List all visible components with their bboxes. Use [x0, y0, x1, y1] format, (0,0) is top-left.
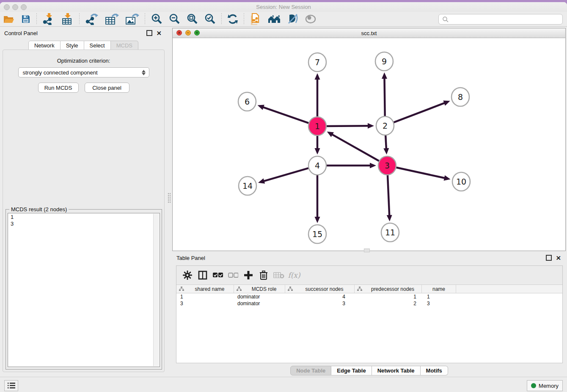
svg-text:7: 7	[315, 58, 320, 67]
deselect-all-button[interactable]	[226, 268, 241, 283]
graph-node-15[interactable]: 15	[308, 225, 326, 243]
zoom-selected-button[interactable]	[201, 12, 219, 26]
export-network-button[interactable]	[82, 12, 102, 26]
vertical-splitter-grip[interactable]	[168, 193, 171, 204]
control-tab-style[interactable]: Style	[61, 41, 84, 50]
network-window-titlebar[interactable]: × − + scc.txt	[173, 28, 565, 38]
graph-edge-3-1[interactable]	[327, 132, 380, 162]
column-layout-icon	[198, 271, 207, 280]
task-history-button[interactable]	[4, 380, 18, 391]
graph-node-6[interactable]: 6	[238, 92, 256, 111]
close-panel-button[interactable]: Close panel	[85, 83, 129, 93]
result-scrollbar[interactable]	[153, 214, 159, 366]
graph-node-11[interactable]: 11	[381, 223, 399, 242]
zoom-traffic-light[interactable]	[21, 4, 27, 10]
control-tab-mcds[interactable]: MCDS	[111, 41, 138, 50]
checked-boxes-icon	[213, 272, 223, 278]
network-graph-canvas[interactable]: 7968124314101511	[173, 38, 565, 251]
network-maximize-icon[interactable]: +	[194, 30, 200, 36]
run-mcds-button[interactable]: Run MCDS	[38, 83, 79, 93]
graph-edge-3-11[interactable]	[387, 174, 392, 221]
zoom-fit-button[interactable]	[183, 12, 201, 26]
open-session-button[interactable]	[0, 12, 18, 26]
table-cell: 3	[176, 301, 234, 306]
control-panel-float-icon[interactable]	[146, 30, 152, 36]
graph-edge-3-10[interactable]	[395, 167, 451, 181]
home-button[interactable]	[264, 12, 284, 26]
memory-button[interactable]: Memory	[527, 380, 563, 391]
graph-edge-1-6[interactable]	[258, 105, 310, 123]
graph-edge-4-15[interactable]	[315, 174, 320, 223]
table-tab-network-table[interactable]: Network Table	[372, 366, 421, 375]
graph-edge-2-3[interactable]	[383, 134, 389, 155]
table-panel-title: Table Panel	[176, 255, 546, 261]
graph-edge-4-3[interactable]	[325, 163, 376, 168]
graph-node-7[interactable]: 7	[308, 53, 326, 72]
column-header-successor-nodes[interactable]: successor nodes	[285, 285, 355, 293]
export-image-button[interactable]	[122, 12, 142, 26]
table-panel-close-icon[interactable]: ⨯	[556, 256, 561, 260]
import-network-button[interactable]	[39, 12, 58, 26]
control-tab-network[interactable]: Network	[28, 41, 61, 50]
criterion-value: strongly connected component	[19, 69, 140, 76]
column-header-predecessor-nodes[interactable]: predecessor nodes	[355, 285, 422, 293]
graph-edge-4-14[interactable]	[258, 168, 310, 183]
add-column-button[interactable]	[241, 268, 256, 283]
table-row[interactable]: 1dominator411	[176, 293, 562, 300]
control-panel-header: Control Panel ⨯	[0, 28, 167, 38]
clone-network-button[interactable]	[247, 12, 264, 26]
column-header-label: name	[422, 286, 456, 292]
control-tab-select[interactable]: Select	[84, 41, 111, 50]
column-layout-button[interactable]	[195, 268, 210, 283]
graph-edge-1-7[interactable]	[315, 73, 320, 118]
toggle-graphics-details-button[interactable]	[284, 12, 302, 26]
column-header-mcds-role[interactable]: MCDS role	[234, 285, 285, 293]
graph-edge-1-2[interactable]	[325, 123, 374, 129]
delete-column-button[interactable]	[256, 268, 271, 283]
close-traffic-light[interactable]	[4, 4, 10, 10]
delete-table-button[interactable]	[271, 268, 286, 283]
table-tab-node-table[interactable]: Node Table	[290, 366, 331, 375]
graph-node-1[interactable]: 1	[308, 117, 326, 135]
graph-node-2[interactable]: 2	[376, 116, 394, 135]
save-session-button[interactable]	[18, 12, 34, 26]
apply-layout-button[interactable]	[224, 12, 241, 26]
control-panel-close-icon[interactable]: ⨯	[156, 31, 162, 35]
zoom-out-button[interactable]	[165, 12, 183, 26]
table-settings-button[interactable]	[180, 268, 195, 283]
function-builder-button[interactable]: f(x)	[286, 268, 302, 283]
table-tab-motifs[interactable]: Motifs	[421, 366, 448, 375]
graph-node-9[interactable]: 9	[375, 52, 393, 71]
graph-edge-2-9[interactable]	[382, 72, 387, 118]
column-header-name[interactable]: name	[422, 285, 456, 293]
graph-node-3[interactable]: 3	[378, 156, 396, 175]
import-table-button[interactable]	[58, 12, 77, 26]
graph-node-8[interactable]: 8	[451, 88, 469, 106]
graph-edge-1-4[interactable]	[315, 134, 320, 155]
memory-status-icon	[531, 383, 536, 388]
table-tab-edge-table[interactable]: Edge Table	[331, 366, 372, 375]
minimize-traffic-light[interactable]	[12, 4, 18, 10]
export-table-button[interactable]	[102, 12, 122, 26]
fx-icon: f(x)	[288, 271, 300, 279]
select-all-button[interactable]	[210, 268, 226, 283]
network-close-icon[interactable]: ×	[176, 30, 182, 36]
table-row[interactable]: 3dominator323	[176, 300, 562, 307]
column-header-shared-name[interactable]: shared name	[176, 285, 234, 293]
search-field[interactable]	[438, 14, 563, 25]
mcds-result-area[interactable]: 13	[8, 213, 160, 367]
criterion-dropdown[interactable]: strongly connected component	[18, 67, 149, 77]
toolbar-separator	[244, 13, 244, 25]
zoom-in-button[interactable]	[148, 12, 165, 26]
list-icon	[7, 382, 16, 389]
network-minimize-icon[interactable]: −	[185, 30, 191, 36]
control-panel-body: Optimization criterion: strongly connect…	[3, 50, 165, 372]
graph-node-14[interactable]: 14	[239, 177, 256, 195]
graph-edge-2-8[interactable]	[393, 101, 450, 123]
table-panel-float-icon[interactable]	[546, 255, 552, 261]
search-input[interactable]	[451, 15, 562, 24]
birds-eye-view-button[interactable]	[302, 12, 319, 26]
graph-node-10[interactable]: 10	[452, 172, 470, 191]
horizontal-splitter-grip[interactable]	[364, 248, 370, 252]
graph-node-4[interactable]: 4	[308, 156, 326, 175]
